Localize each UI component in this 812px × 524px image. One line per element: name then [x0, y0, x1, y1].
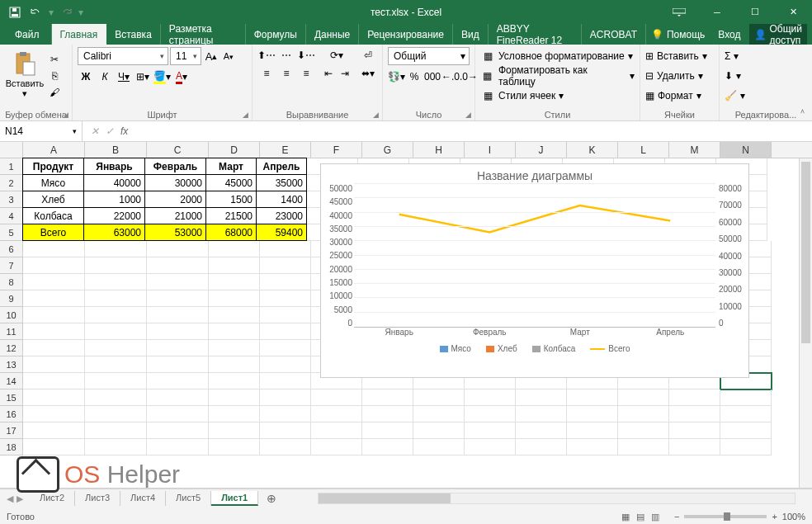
cell[interactable]	[567, 406, 618, 423]
name-box[interactable]: N14▾	[0, 121, 83, 141]
autosum-button[interactable]: Σ▾	[725, 47, 807, 65]
cell[interactable]	[209, 356, 260, 373]
cell[interactable]	[209, 373, 260, 389]
cell[interactable]: 22000	[83, 207, 145, 224]
font-color-button[interactable]: A▾	[173, 68, 190, 85]
cell[interactable]	[147, 389, 209, 406]
wrap-text-button[interactable]: ⏎	[360, 47, 376, 64]
cell[interactable]	[23, 290, 85, 307]
collapse-ribbon-button[interactable]: ＾	[798, 106, 807, 119]
cell[interactable]	[23, 423, 85, 439]
save-button[interactable]	[5, 2, 25, 22]
cell[interactable]	[147, 241, 209, 257]
cell[interactable]	[516, 439, 567, 456]
cell[interactable]	[618, 389, 669, 406]
cell[interactable]	[85, 257, 147, 274]
sheet-tab[interactable]: Лист2	[30, 491, 75, 506]
cell[interactable]	[85, 323, 147, 340]
cell[interactable]	[209, 290, 260, 307]
cell[interactable]	[720, 406, 772, 423]
page-break-view-button[interactable]: ▥	[651, 512, 659, 522]
cell[interactable]: Всего	[22, 224, 84, 241]
format-cells-button[interactable]: ▦Формат ▾	[645, 87, 714, 105]
share-button[interactable]: 👤Общий доступ	[749, 24, 808, 45]
row-header[interactable]: 8	[0, 274, 23, 290]
cell[interactable]	[85, 340, 147, 356]
copy-button[interactable]: ⎘	[46, 68, 63, 83]
cell[interactable]	[465, 406, 516, 423]
column-header[interactable]: E	[260, 142, 311, 158]
cell[interactable]	[720, 389, 772, 406]
orientation-button[interactable]: ⟳▾	[320, 47, 353, 64]
cell[interactable]	[720, 439, 772, 456]
cancel-formula-icon[interactable]: ✕	[91, 125, 99, 137]
underline-button[interactable]: Ч▾	[116, 68, 132, 85]
decrease-indent-button[interactable]: ⇤	[320, 65, 337, 82]
row-header[interactable]: 13	[0, 356, 23, 373]
embedded-chart[interactable]: Название диаграммы 500004500040000350003…	[320, 163, 749, 378]
italic-button[interactable]: К	[97, 68, 113, 85]
cell[interactable]: 30000	[144, 174, 206, 191]
cell[interactable]: Февраль	[144, 158, 206, 175]
increase-indent-button[interactable]: ⇥	[337, 65, 353, 82]
row-header[interactable]: 14	[0, 373, 23, 389]
cell[interactable]: 45000	[205, 174, 257, 191]
bold-button[interactable]: Ж	[78, 68, 94, 85]
align-launcher[interactable]: ◢	[373, 111, 379, 119]
delete-cells-button[interactable]: ⊟Удалить ▾	[645, 67, 714, 85]
column-header[interactable]: J	[516, 142, 567, 158]
number-format-select[interactable]: Общий▾	[388, 47, 470, 65]
currency-button[interactable]: 💱▾	[388, 68, 404, 85]
border-button[interactable]: ⊞▾	[135, 68, 151, 85]
cell[interactable]	[85, 274, 147, 290]
cell[interactable]	[669, 439, 720, 456]
cell[interactable]	[85, 290, 147, 307]
format-painter-button[interactable]: 🖌	[46, 85, 63, 100]
cell[interactable]	[85, 307, 147, 323]
minimize-button[interactable]: ─	[698, 0, 736, 24]
sheet-tab[interactable]: Лист1	[211, 491, 258, 506]
increase-decimal-button[interactable]: ←.0	[442, 68, 459, 85]
format-as-table-button[interactable]: ▦Форматировать как таблицу ▾	[480, 67, 635, 85]
row-header[interactable]: 7	[0, 257, 23, 274]
cell[interactable]	[23, 373, 85, 389]
tab-file[interactable]: Файл	[3, 24, 52, 45]
column-header[interactable]: M	[669, 142, 720, 158]
cell[interactable]	[260, 257, 311, 274]
tab-review[interactable]: Рецензирование	[359, 24, 453, 45]
vertical-scrollbar[interactable]	[799, 158, 812, 488]
cell[interactable]	[23, 323, 85, 340]
cell[interactable]	[209, 389, 260, 406]
cell[interactable]	[516, 389, 567, 406]
cell[interactable]	[413, 423, 465, 439]
qat-more[interactable]: ▾	[78, 7, 84, 18]
tab-formulas[interactable]: Формулы	[246, 24, 306, 45]
tab-data[interactable]: Данные	[306, 24, 359, 45]
decrease-decimal-button[interactable]: .0→	[460, 68, 477, 85]
cell[interactable]	[362, 423, 413, 439]
cell[interactable]: 21500	[205, 207, 257, 224]
formula-input[interactable]	[136, 121, 812, 141]
merge-button[interactable]: ⬌▾	[360, 65, 376, 82]
login-button[interactable]: Вход	[713, 29, 745, 40]
cell[interactable]	[23, 340, 85, 356]
row-header[interactable]: 4	[0, 208, 23, 224]
cell[interactable]	[567, 423, 618, 439]
horizontal-scrollbar[interactable]	[318, 493, 795, 504]
cell[interactable]: 40000	[83, 174, 145, 191]
cell[interactable]: 35000	[256, 174, 307, 191]
select-all-corner[interactable]	[0, 142, 23, 158]
cell[interactable]	[85, 373, 147, 389]
row-header[interactable]: 3	[0, 191, 23, 208]
cell[interactable]	[85, 406, 147, 423]
tab-abbyy[interactable]: ABBYY FineReader 12	[489, 24, 582, 45]
cell[interactable]	[618, 423, 669, 439]
cell[interactable]: Март	[205, 158, 257, 175]
cell[interactable]	[567, 439, 618, 456]
spreadsheet-grid[interactable]: ABCDEFGHIJKLMN 1ПродуктЯнварьФевральМарт…	[0, 142, 812, 489]
paste-button[interactable]: Вставить ▾	[5, 47, 45, 100]
column-header[interactable]: L	[618, 142, 669, 158]
close-button[interactable]: ✕	[774, 0, 812, 24]
cell[interactable]	[260, 323, 311, 340]
cell[interactable]	[23, 307, 85, 323]
